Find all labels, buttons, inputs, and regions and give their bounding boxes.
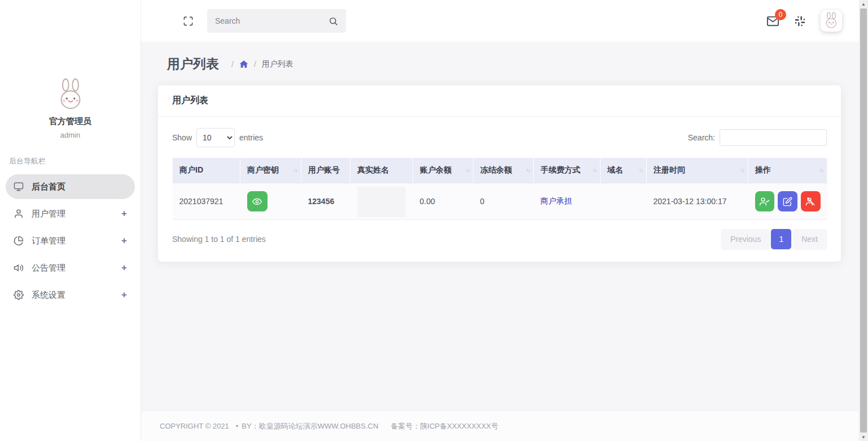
approve-user-button[interactable] [755, 191, 775, 211]
breadcrumb-separator: / [254, 60, 256, 69]
real-name-placeholder[interactable] [357, 187, 406, 217]
card-body: Show 10 entries Search: [158, 117, 841, 262]
show-key-button[interactable] [247, 191, 268, 211]
menu-toggle-icon[interactable] [157, 16, 169, 26]
cell-frozen: 0 [474, 183, 534, 220]
search-icon[interactable] [328, 16, 338, 26]
edit-icon [783, 197, 792, 206]
cell-balance: 0.00 [413, 183, 474, 220]
col-header-balance[interactable]: 账户余额↑↓ [413, 158, 474, 183]
sidebar-item-label: 公告管理 [32, 263, 121, 274]
sort-icon[interactable]: ↑↓ [639, 167, 643, 173]
edit-user-button[interactable] [778, 191, 797, 211]
col-header-fee-mode[interactable]: 手续费方式↑↓ [534, 158, 600, 183]
col-header-actions[interactable]: 操作↑↓ [748, 158, 827, 183]
col-header-register-time[interactable]: 注册时间↑↓ [647, 158, 748, 183]
mail-badge: 0 [775, 9, 786, 20]
sidebar-item-users[interactable]: 用户管理 + [6, 201, 135, 226]
user-check-icon [760, 197, 769, 206]
pagination-page-1-button[interactable]: 1 [771, 229, 791, 249]
footer-bullet: • [236, 422, 239, 430]
col-header-merchant-id[interactable]: 商户ID [173, 158, 240, 183]
plus-icon: + [121, 208, 127, 219]
user-avatar[interactable] [821, 10, 842, 32]
pagination-next-button[interactable]: Next [792, 229, 827, 249]
fee-mode-link[interactable]: 商户承担 [541, 196, 572, 205]
card-header: 用户列表 [158, 85, 841, 117]
cell-fee-mode: 商户承担 [534, 183, 600, 220]
table-header-row: 商户ID 商户密钥↑↓ 用户账号 真实姓名 账户余额↑↓ 冻结余额↑↓ 手续费方… [173, 158, 827, 183]
ban-user-button[interactable] [801, 191, 821, 211]
table-search: Search: [688, 129, 827, 146]
navbar-right: 0 [766, 10, 842, 32]
col-header-merchant-key[interactable]: 商户密钥↑↓ [240, 158, 301, 183]
cell-merchant-id: 2021037921 [173, 183, 240, 220]
pie-chart-icon [14, 236, 24, 246]
sidebar-item-label: 后台首页 [32, 182, 127, 192]
sidebar-item-orders[interactable]: 订单管理 + [6, 228, 135, 253]
cell-domain [600, 183, 647, 220]
col-header-account[interactable]: 用户账号 [301, 158, 350, 183]
cell-real-name [350, 183, 413, 220]
gear-icon [14, 290, 24, 300]
sidebar-item-settings[interactable]: 系统设置 + [6, 283, 135, 307]
table-info: Showing 1 to 1 of 1 entries [172, 235, 266, 244]
sidebar: 官方管理员 admin 后台导航栏 后台首页 用户管理 + 订单管理 + [0, 0, 141, 441]
fullscreen-icon[interactable] [183, 16, 194, 27]
sort-icon[interactable]: ↑↓ [593, 167, 597, 173]
footer-by: BY：欧皇源码论坛演示WWW.OHBBS.CN [242, 421, 378, 431]
sidebar-nav: 后台首页 用户管理 + 订单管理 + 公告管理 + [0, 172, 141, 310]
scrollbar-up-icon[interactable]: ▲ [859, 0, 868, 8]
cell-merchant-key [240, 183, 301, 220]
nav-section-label: 后台导航栏 [0, 156, 141, 166]
navbar-search [207, 9, 346, 33]
sidebar-item-label: 系统设置 [32, 290, 121, 301]
monitor-icon [14, 182, 24, 192]
plus-icon: + [121, 289, 127, 301]
profile-name: 官方管理员 [0, 116, 141, 127]
search-input[interactable] [215, 16, 328, 25]
speaker-icon [14, 263, 24, 273]
sort-icon[interactable]: ↑↓ [466, 167, 470, 173]
scrollbar-thumb[interactable] [860, 8, 867, 433]
apps-icon[interactable] [794, 15, 806, 27]
sort-icon[interactable]: ↑↓ [819, 167, 823, 173]
table-search-label: Search: [688, 133, 715, 142]
length-label-after: entries [239, 133, 263, 142]
user-slash-icon [806, 197, 816, 206]
mail-icon[interactable]: 0 [766, 15, 779, 28]
scrollbar-down-icon[interactable]: ▼ [859, 433, 868, 441]
col-header-real-name[interactable]: 真实姓名 [350, 158, 413, 183]
breadcrumb-separator: / [231, 60, 234, 69]
col-header-domain[interactable]: 域名↑↓ [600, 158, 647, 183]
sort-icon[interactable]: ↑↓ [526, 167, 530, 173]
sort-icon[interactable]: ↑↓ [293, 167, 297, 173]
cell-actions [748, 183, 827, 220]
footer-icp: 备案号：陕ICP备XXXXXXXXX号 [391, 421, 498, 431]
cell-register-time: 2021-03-12 13:00:17 [647, 183, 748, 220]
card-title: 用户列表 [172, 95, 208, 105]
profile-username: admin [0, 131, 141, 139]
col-header-frozen[interactable]: 冻结余额↑↓ [474, 158, 534, 183]
profile-avatar[interactable] [54, 78, 87, 111]
sidebar-item-label: 用户管理 [32, 209, 121, 219]
table-search-input[interactable] [720, 129, 827, 146]
page-content: 用户列表 / / 用户列表 用户列表 Show 10 entries [141, 42, 859, 411]
sidebar-item-announcements[interactable]: 公告管理 + [6, 255, 135, 280]
plus-icon: + [121, 235, 127, 246]
home-icon[interactable] [239, 60, 248, 69]
sort-icon[interactable]: ↑↓ [740, 167, 744, 173]
window-scrollbar[interactable]: ▲ ▼ [859, 0, 868, 441]
profile-block: 官方管理员 admin [0, 0, 141, 139]
users-table: 商户ID 商户密钥↑↓ 用户账号 真实姓名 账户余额↑↓ 冻结余额↑↓ 手续费方… [172, 157, 827, 220]
main-area: 0 用户列表 / [141, 0, 859, 441]
breadcrumb: 用户列表 / / 用户列表 [167, 55, 841, 73]
pagination: Previous 1 Next [721, 229, 827, 249]
page-length-select[interactable]: 10 [196, 128, 235, 147]
page-title: 用户列表 [167, 55, 219, 73]
sidebar-item-dashboard[interactable]: 后台首页 [6, 174, 135, 199]
pagination-previous-button[interactable]: Previous [721, 229, 770, 249]
eye-icon [252, 197, 262, 206]
user-list-card: 用户列表 Show 10 entries Search: [158, 85, 841, 262]
table-footer: Showing 1 to 1 of 1 entries Previous 1 N… [172, 229, 827, 249]
